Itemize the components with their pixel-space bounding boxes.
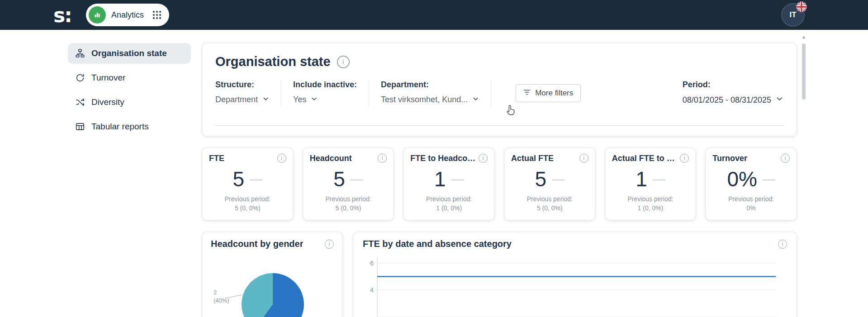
apps-grid-icon[interactable] [152, 10, 162, 20]
kpi-card-actual-fte-to-fte: Actual FTE to FTE i 1 — Previous period:… [605, 148, 696, 220]
more-filters-button[interactable]: More filters [516, 84, 581, 102]
previous-period-value: 0% [712, 203, 790, 213]
kpi-card-actual-fte: Actual FTE i 5 — Previous period: 5 (0, … [504, 148, 595, 220]
previous-period-label: Previous period: [310, 194, 387, 203]
diversity-shuffle-icon [75, 97, 85, 107]
user-avatar[interactable]: IT [781, 3, 805, 27]
kpi-value: 1 [636, 167, 647, 191]
department-filter-dropdown[interactable]: Test virksomhet, Kund... [381, 95, 479, 104]
info-icon[interactable]: i [277, 154, 286, 163]
filter-funnel-icon [523, 89, 531, 98]
trend-dash: — [351, 172, 363, 186]
brand-logo[interactable]: s: [53, 1, 71, 29]
sidebar-item-organisation-state[interactable]: Organisation state [68, 43, 191, 64]
department-filter-value: Test virksomhet, Kund... [381, 95, 468, 104]
trend-dash: — [763, 172, 775, 186]
trend-dash: — [552, 172, 564, 186]
sidebar-item-label: Diversity [91, 97, 124, 107]
previous-period-value: 5 (0, 0%) [209, 203, 286, 213]
kpi-card-headcount: Headcount i 5 — Previous period: 5 (0, 0… [303, 148, 394, 220]
filter-divider [491, 80, 491, 106]
kpi-value: 5 [233, 167, 245, 191]
charts-row: Headcount by gender i 2 (40%) FTE by dat… [202, 232, 797, 317]
page-info-icon[interactable]: i [337, 56, 350, 68]
trend-dash: — [653, 172, 665, 186]
period-filter-group: Period: 08/01/2025 - 08/31/2025 [683, 80, 783, 105]
include-inactive-filter-label: Include inactive: [293, 80, 357, 90]
structure-filter-value: Department [215, 95, 258, 104]
sidebar-item-label: Turnover [91, 73, 125, 83]
page-title: Organisation state [215, 54, 331, 69]
fte-line-chart: 6 4 [357, 252, 778, 317]
kpi-title: Turnover [712, 154, 747, 163]
info-icon[interactable]: i [778, 240, 787, 249]
turnover-cycle-icon [75, 73, 85, 83]
previous-period-label: Previous period: [410, 194, 488, 203]
trend-dash: — [250, 172, 262, 186]
info-icon[interactable]: i [479, 154, 488, 163]
sidebar-item-diversity[interactable]: Diversity [68, 92, 191, 113]
callout-leader-line [225, 293, 243, 301]
scroll-up-arrow[interactable]: ▲ [801, 34, 807, 39]
kpi-value: 5 [535, 167, 547, 191]
previous-period-label: Previous period: [511, 194, 588, 203]
department-filter-label: Department: [381, 80, 479, 90]
gender-pie-chart [242, 273, 304, 317]
kpi-title: FTE [209, 154, 224, 163]
filter-divider [281, 80, 281, 106]
kpi-row: FTE i 5 — Previous period: 5 (0, 0%) Hea… [202, 148, 797, 220]
topbar: s: Analytics IT [0, 0, 868, 30]
previous-period-label: Previous period: [209, 194, 286, 203]
chevron-down-icon [776, 95, 783, 105]
chevron-down-icon [262, 95, 269, 104]
period-filter-value: 08/01/2025 - 08/31/2025 [683, 95, 771, 105]
fte-by-date-card: FTE by date and absence category i 6 4 [353, 232, 797, 317]
sidebar: Organisation state Turnover Diversity [68, 43, 191, 141]
kpi-card-fte-to-headcount: FTE to Headcou... i 1 — Previous period:… [403, 148, 494, 220]
kpi-value: 0% [727, 167, 757, 191]
kpi-card-fte: FTE i 5 — Previous period: 5 (0, 0%) [202, 148, 293, 220]
kpi-card-turnover: Turnover i 0% — Previous period: 0% [706, 148, 797, 220]
main-content: Organisation state i Structure: Departme… [202, 43, 797, 317]
previous-period-value: 5 (0, 0%) [511, 203, 588, 213]
kpi-title: Actual FTE to FTE [612, 154, 678, 163]
info-icon[interactable]: i [325, 240, 334, 249]
info-icon[interactable]: i [680, 154, 689, 163]
chart-title: FTE by date and absence category [363, 239, 512, 249]
sidebar-item-label: Tabular reports [91, 122, 149, 132]
chevron-down-icon [311, 95, 318, 104]
structure-filter-dropdown[interactable]: Department [215, 95, 269, 104]
info-icon[interactable]: i [378, 154, 387, 163]
period-filter-label: Period: [683, 80, 783, 90]
department-filter-group: Department: Test virksomhet, Kund... [381, 80, 479, 104]
period-filter-dropdown[interactable]: 08/01/2025 - 08/31/2025 [683, 95, 783, 105]
table-icon [75, 122, 85, 132]
analytics-app-icon [89, 6, 106, 24]
chart-title: Headcount by gender [211, 239, 303, 249]
sidebar-item-label: Organisation state [91, 48, 167, 58]
structure-filter-group: Structure: Department [215, 80, 269, 104]
include-inactive-filter-dropdown[interactable]: Yes [293, 95, 357, 104]
org-chart-icon [75, 48, 85, 58]
scrollbar-thumb[interactable] [802, 43, 806, 99]
previous-period-value: 5 (0, 0%) [310, 203, 387, 213]
filter-bar: Structure: Department Include inactive: … [215, 80, 783, 106]
kpi-value: 1 [434, 167, 446, 191]
sidebar-item-tabular-reports[interactable]: Tabular reports [68, 116, 191, 137]
info-icon[interactable]: i [781, 154, 790, 163]
kpi-title: Headcount [310, 154, 352, 163]
organisation-state-panel: Organisation state i Structure: Departme… [202, 43, 797, 136]
kpi-title: FTE to Headcou... [410, 154, 476, 163]
previous-period-value: 1 (0, 0%) [612, 203, 689, 213]
filter-divider [369, 80, 369, 106]
sidebar-item-turnover[interactable]: Turnover [68, 67, 191, 88]
trend-dash: — [451, 172, 464, 186]
include-inactive-filter-value: Yes [293, 95, 306, 104]
include-inactive-filter-group: Include inactive: Yes [293, 80, 357, 104]
structure-filter-label: Structure: [215, 80, 269, 90]
more-filters-label: More filters [535, 89, 573, 98]
locale-flag-icon [796, 1, 807, 12]
info-icon[interactable]: i [579, 154, 588, 163]
app-switcher-pill[interactable]: Analytics [86, 4, 169, 26]
section-divider [215, 125, 783, 126]
